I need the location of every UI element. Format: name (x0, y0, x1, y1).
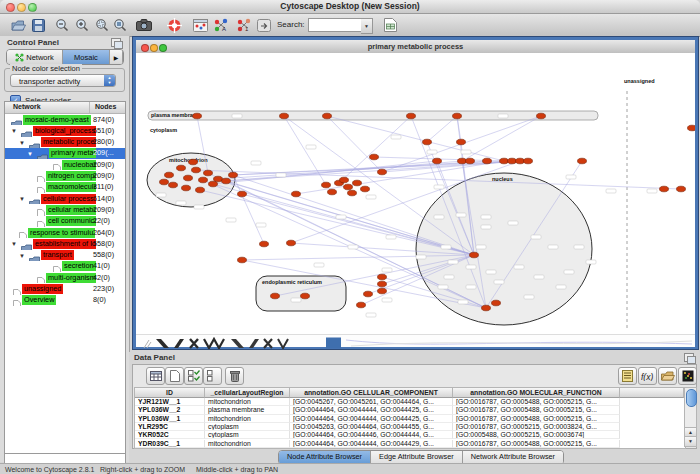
tree-col-divider[interactable] (89, 102, 90, 113)
graph-node[interactable] (457, 139, 466, 145)
table-cell[interactable]: mitochondrion (205, 398, 290, 406)
graph-node[interactable] (688, 125, 696, 131)
zoom-in-icon[interactable] (73, 16, 91, 34)
open-file-icon[interactable] (9, 16, 27, 34)
graph-node[interactable] (407, 113, 416, 119)
graph-node[interactable] (192, 167, 201, 173)
tree-expand-icon[interactable]: ▼ (27, 150, 33, 158)
tree-row-label[interactable]: cell communicat (46, 216, 96, 226)
graph-node[interactable] (287, 240, 296, 246)
graph-node[interactable] (364, 291, 373, 297)
tree-row[interactable]: cellular metabol209(0) (5, 204, 125, 215)
tree-row[interactable]: ▼cellular process614(0) (5, 193, 125, 204)
graph-node[interactable] (660, 186, 669, 192)
graph-edge[interactable] (462, 116, 541, 161)
select-attributes-icon[interactable] (184, 367, 203, 385)
graph-node[interactable] (348, 190, 357, 196)
load-attributes-icon[interactable] (658, 367, 677, 385)
table-cell[interactable]: YKR052C (135, 431, 205, 439)
float-panel-icon[interactable] (111, 38, 121, 47)
graph-node[interactable] (516, 158, 525, 164)
table-cell[interactable]: YPL036W__2 (135, 406, 205, 414)
graph-node[interactable] (222, 178, 231, 184)
tree-row-label[interactable]: macromolecule (46, 182, 96, 192)
table-cell[interactable]: YPL036W__1 (135, 415, 205, 423)
table-cell[interactable]: cytoplasm (205, 423, 290, 431)
graph-node[interactable] (301, 293, 310, 299)
graph-node[interactable] (280, 113, 289, 119)
table-column-header[interactable]: annotation.GO MOLECULAR_FUNCTION (453, 388, 620, 398)
node-color-dropdown[interactable]: transporter activity ▲▼ (10, 74, 116, 87)
graph-node[interactable] (340, 177, 349, 183)
graph-node[interactable] (214, 176, 223, 182)
delete-attribute-icon[interactable] (225, 367, 244, 385)
tree-row-label[interactable]: transport (41, 250, 74, 260)
tree-row[interactable]: ▼metabolic process280(0) (5, 137, 125, 148)
graph-node[interactable] (238, 257, 247, 263)
graph-node[interactable] (160, 179, 169, 185)
graph-node[interactable] (361, 186, 370, 192)
table-cell[interactable]: YJR121W__1 (135, 398, 205, 406)
graph-node[interactable] (524, 158, 533, 164)
attribute-browser-icon[interactable] (191, 16, 209, 34)
tree-row-label[interactable]: metabolic process (41, 137, 96, 147)
tree-row-label[interactable]: unassigned (22, 284, 63, 294)
table-cell[interactable]: [GO:0045263, GO:0044464, GO:0044455, G..… (290, 423, 453, 431)
table-cell[interactable]: [GO:0044464, GO:0044444, GO:0044429, G..… (290, 440, 453, 448)
graph-node[interactable] (453, 113, 462, 119)
table-cell[interactable]: cytoplasm (205, 431, 290, 439)
tree-expand-icon[interactable]: ▼ (11, 127, 17, 135)
graph-node[interactable] (483, 158, 492, 164)
graph-node[interactable] (357, 302, 366, 308)
table-cell[interactable]: mitochondrion (205, 440, 290, 448)
graph-node[interactable] (353, 180, 362, 186)
graph-node[interactable] (578, 158, 587, 164)
unselect-attributes-icon[interactable] (203, 367, 222, 385)
table-cell[interactable]: [GO:0016787, GO:0005488, GO:0005215, G..… (453, 415, 620, 423)
graph-node[interactable] (177, 165, 186, 171)
table-cell[interactable]: [GO:0016787, GO:0005215, GO:0003824, G..… (453, 423, 620, 431)
tree-row[interactable]: ▼primary metabol209(... (5, 148, 125, 159)
table-cell[interactable]: [GO:0016787, GO:0005488, GO:0005215, G..… (453, 406, 620, 414)
table-column-header[interactable]: annotation.GO CELLULAR_COMPONENT (290, 388, 453, 398)
graph-node[interactable] (271, 293, 280, 299)
snapshot-icon[interactable] (135, 16, 153, 34)
tree-row-label[interactable]: biological_process (33, 126, 96, 136)
tree-row-label[interactable]: Overview (22, 295, 56, 305)
table-cell[interactable]: [GO:0044464, GO:0044446, GO:0044444, G..… (290, 431, 453, 439)
table-cell[interactable]: [GO:0016787, GO:0005488, GO:0005215, G..… (453, 440, 620, 448)
search-dropdown-button[interactable]: ▼ (361, 18, 373, 34)
tree-row[interactable]: response to stimulu264(0) (5, 227, 125, 238)
table-cell[interactable]: [GO:0005488, GO:0005215, GO:0003674] (453, 431, 620, 439)
tree-row[interactable]: ▼transport558(0) (5, 250, 125, 261)
tree-expand-icon[interactable]: ▼ (19, 252, 25, 260)
formula-icon[interactable]: f(x) (638, 367, 657, 385)
graph-node[interactable] (238, 191, 247, 197)
tree-row[interactable]: macromolecule311(0) (5, 182, 125, 193)
tree-row-label[interactable]: nitrogen compo (46, 171, 96, 181)
matrix-icon[interactable] (678, 367, 697, 385)
graph-node[interactable] (466, 158, 475, 164)
tree-row-label[interactable]: primary metabol (49, 148, 96, 158)
table-cell[interactable]: mitochondrion (205, 415, 290, 423)
graph-node[interactable] (169, 182, 178, 188)
tree-row[interactable]: unassigned223(0) (5, 284, 125, 295)
tree-row-label[interactable]: cellular metabol (46, 205, 96, 215)
graph-node[interactable] (182, 185, 191, 191)
filter-icon[interactable]: 1 (235, 16, 253, 34)
tree-row[interactable]: mosaic-demo-yeast874(0) (5, 114, 125, 125)
table-scrollbar[interactable]: ▲ ▼ (684, 387, 697, 447)
table-column-header[interactable]: ID (135, 388, 205, 398)
tree-row[interactable]: Overview8(0) (5, 295, 125, 306)
table-cell[interactable]: YDR039C__1 (135, 440, 205, 448)
graph-node[interactable] (508, 158, 517, 164)
graph-node[interactable] (204, 170, 213, 176)
help-icon[interactable] (165, 16, 183, 34)
graph-node[interactable] (196, 187, 205, 193)
table-cell[interactable]: [GO:0045267, GO:0045261, GO:0044464, G..… (290, 398, 453, 406)
zoom-fit-icon[interactable] (111, 16, 129, 34)
table-cell[interactable]: plasma membrane (205, 406, 290, 414)
tree-row[interactable]: ▼establishment of lo558(0) (5, 238, 125, 249)
data-panel-float-icon[interactable] (684, 353, 694, 362)
tree-row[interactable]: nitrogen compo209(0) (5, 171, 125, 182)
